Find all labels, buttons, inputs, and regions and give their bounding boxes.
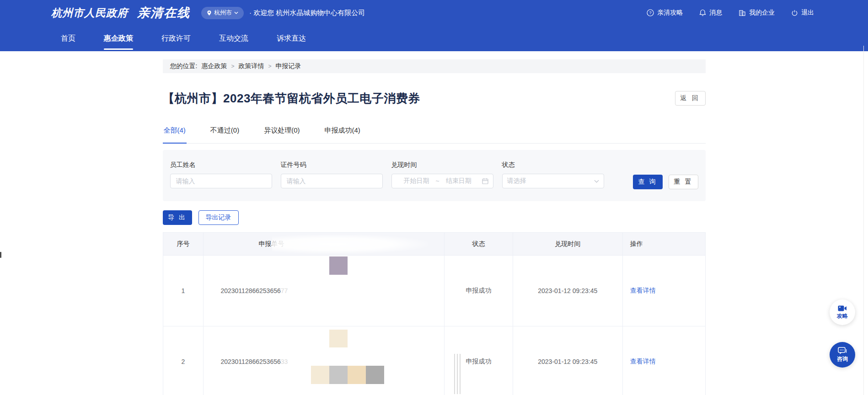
order-no-faded-text: 77 — [281, 287, 288, 294]
breadcrumb-prefix: 您的位置: — [170, 62, 198, 70]
cell-status: 申报成功 — [445, 256, 513, 326]
tab-all[interactable]: 全部(4) — [163, 124, 187, 144]
brand-logo: 亲清在线 — [137, 5, 190, 21]
my-company-link[interactable]: 我的企业 — [739, 9, 775, 17]
table-row: 2 2023011286625365633 申报成功 2023-01-12 09… — [163, 326, 706, 395]
consult-float-label: 咨询 — [837, 355, 848, 363]
date-range-picker[interactable]: 开始日期 ~ 结束日期 — [391, 174, 493, 188]
search-button[interactable]: 查 询 — [633, 175, 663, 189]
nav-item-appeals[interactable]: 诉求直达 — [277, 26, 306, 51]
export-toolbar: 导 出 导出记录 — [163, 210, 706, 225]
date-start-placeholder: 开始日期 — [404, 177, 429, 185]
id-number-input[interactable] — [281, 174, 383, 188]
header-links: ? 亲清攻略 消息 我的企业 — [647, 9, 814, 17]
breadcrumb-separator: > — [268, 63, 271, 69]
nav-item-licensing-label: 行政许可 — [161, 34, 191, 43]
field-redeem-time: 兑现时间 开始日期 ~ 结束日期 — [391, 160, 493, 189]
building-icon — [739, 9, 746, 16]
logout-link-label: 退出 — [801, 9, 814, 17]
filter-panel: 员工姓名 证件号码 兑现时间 开始日期 ~ 结束日期 状态 — [163, 150, 706, 201]
tab-approved[interactable]: 申报成功(4) — [324, 124, 361, 143]
cell-redeem-time: 2023-01-12 09:23:45 — [513, 326, 623, 395]
cell-redeem-time: 2023-01-12 09:23:45 — [513, 256, 623, 326]
svg-text:?: ? — [649, 11, 651, 15]
breadcrumb: 您的位置: 惠企政策 > 政策详情 > 申报记录 — [163, 59, 706, 73]
redaction-block — [366, 366, 384, 384]
redaction-block — [329, 256, 348, 275]
cell-order-no: 2023011286625365677 — [204, 256, 445, 326]
col-header-actions: 操作 — [623, 233, 706, 256]
cell-status: 申报成功 — [445, 326, 513, 395]
page-title: 【杭州市】2023年春节留杭省外员工电子消费券 — [163, 91, 420, 107]
reset-button[interactable]: 重 置 — [669, 175, 698, 189]
nav-item-appeals-label: 诉求直达 — [277, 34, 306, 43]
col-header-order-no-label: 申报单号 — [258, 240, 284, 248]
location-selector[interactable]: 杭州市 — [201, 7, 244, 19]
header-top-row: 杭州市人民政府 亲清在线 杭州市 · 欢迎您 杭州水晶城购物中心有限公司 ? 亲… — [0, 0, 868, 26]
page: 杭州市人民政府 亲清在线 杭州市 · 欢迎您 杭州水晶城购物中心有限公司 ? 亲… — [0, 0, 868, 395]
id-number-label: 证件号码 — [281, 160, 383, 169]
redaction-block — [329, 366, 348, 384]
my-company-link-label: 我的企业 — [749, 9, 775, 17]
cell-actions: 查看详情 — [623, 256, 706, 326]
breadcrumb-item-policies[interactable]: 惠企政策 — [201, 62, 227, 70]
breadcrumb-item-policy-detail[interactable]: 政策详情 — [238, 62, 264, 70]
table-header-row: 序号 申报单号 状态 兑现时间 操作 — [163, 233, 706, 256]
status-select-placeholder: 请选择 — [507, 177, 526, 185]
employee-name-input[interactable] — [170, 174, 272, 188]
view-detail-link[interactable]: 查看详情 — [630, 287, 656, 295]
col-header-status: 状态 — [445, 233, 513, 256]
redacted-header-smudge — [272, 235, 428, 254]
status-select[interactable]: 请选择 — [502, 174, 604, 188]
calendar-icon — [482, 178, 488, 184]
breadcrumb-item-current: 申报记录 — [275, 62, 301, 70]
chevron-down-icon — [234, 11, 238, 14]
field-employee-name: 员工姓名 — [170, 160, 272, 189]
nav-item-interaction[interactable]: 互动交流 — [219, 26, 248, 51]
tab-rejected[interactable]: 不通过(0) — [209, 124, 240, 143]
bell-icon — [699, 9, 706, 16]
export-button[interactable]: 导 出 — [163, 210, 192, 225]
scrollbar-track[interactable] — [863, 46, 864, 395]
col-header-order-no: 申报单号 — [204, 233, 445, 256]
redaction-block — [329, 330, 348, 347]
field-id-number: 证件号码 — [281, 160, 383, 189]
redaction-smudge — [454, 354, 461, 394]
back-button[interactable]: 返 回 — [675, 91, 706, 106]
nav-item-policies[interactable]: 惠企政策 — [104, 26, 133, 51]
records-table: 序号 申报单号 状态 兑现时间 操作 1 2023011286625365677 — [163, 232, 706, 395]
view-detail-link[interactable]: 查看详情 — [630, 358, 656, 366]
location-label: 杭州市 — [214, 9, 232, 17]
export-history-button[interactable]: 导出记录 — [198, 210, 239, 225]
chat-bubble-icon — [838, 347, 847, 355]
nav-item-home[interactable]: 首页 — [61, 26, 75, 51]
date-end-placeholder: 结束日期 — [446, 177, 472, 185]
consult-float-button[interactable]: 咨询 — [830, 342, 855, 368]
messages-link[interactable]: 消息 — [699, 9, 722, 17]
nav-item-licensing[interactable]: 行政许可 — [161, 26, 191, 51]
filter-actions: 查 询 重 置 — [633, 175, 698, 189]
guide-float-button[interactable]: 攻略 — [830, 299, 855, 325]
date-range-separator: ~ — [436, 177, 439, 185]
guide-link-label: 亲清攻略 — [657, 9, 683, 17]
top-header: 杭州市人民政府 亲清在线 杭州市 · 欢迎您 杭州水晶城购物中心有限公司 ? 亲… — [0, 0, 868, 51]
redaction-block — [348, 366, 366, 384]
edge-artifact — [0, 252, 1, 258]
cell-index: 2 — [163, 326, 204, 395]
cell-index: 1 — [163, 256, 204, 326]
status-text: 申报成功 — [466, 358, 491, 366]
breadcrumb-separator: > — [231, 63, 234, 69]
chevron-down-icon — [594, 180, 599, 183]
tab-dispute[interactable]: 异议处理(0) — [263, 124, 300, 143]
field-status: 状态 请选择 — [502, 160, 604, 189]
main-nav: 首页 惠企政策 行政许可 互动交流 诉求直达 — [0, 26, 868, 51]
col-header-redeem-time: 兑现时间 — [513, 233, 623, 256]
gov-logo: 杭州市人民政府 — [51, 6, 128, 20]
logout-link[interactable]: 退出 — [791, 9, 814, 17]
table-body: 1 2023011286625365677 申报成功 2023-01-12 09… — [163, 256, 706, 395]
nav-item-interaction-label: 互动交流 — [219, 34, 248, 43]
col-header-index: 序号 — [163, 233, 204, 256]
order-no-text: 20230112866253656 — [220, 358, 280, 365]
guide-link[interactable]: ? 亲清攻略 — [647, 9, 683, 17]
welcome-text: · 欢迎您 杭州水晶城购物中心有限公司 — [249, 9, 365, 17]
